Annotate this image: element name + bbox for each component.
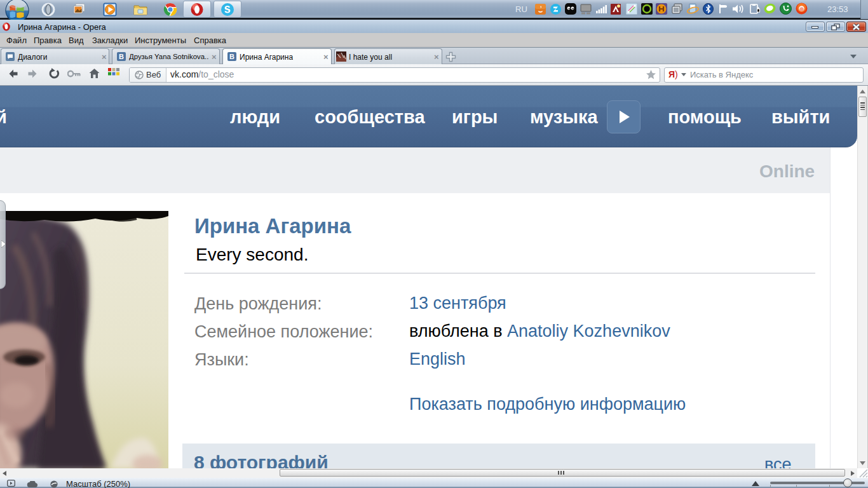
svg-text:B: B bbox=[119, 53, 124, 60]
svg-text:B: B bbox=[229, 53, 234, 60]
